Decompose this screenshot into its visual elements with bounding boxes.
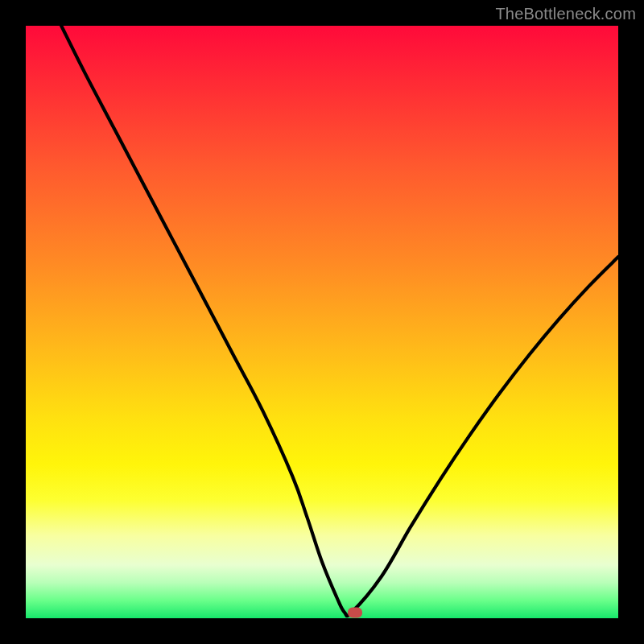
curve-layer — [26, 26, 618, 618]
attribution-label: TheBottleneck.com — [495, 5, 636, 23]
plot-area — [26, 26, 618, 618]
chart-frame: TheBottleneck.com — [0, 0, 644, 644]
bottleneck-curve — [61, 26, 618, 616]
optimum-marker — [348, 607, 362, 617]
